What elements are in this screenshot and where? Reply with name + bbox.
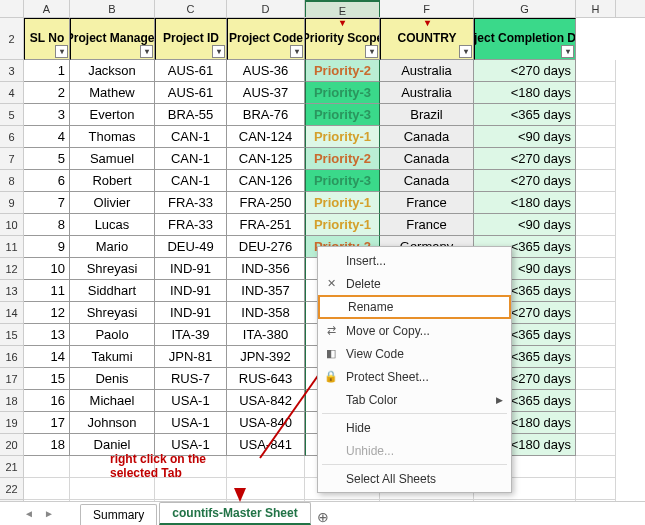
- cell-project-id[interactable]: RUS-7: [155, 368, 227, 390]
- menu-tab-color[interactable]: Tab Color▶: [318, 388, 511, 411]
- row-num[interactable]: 19: [0, 412, 24, 434]
- cell-country[interactable]: France: [380, 192, 474, 214]
- row-num[interactable]: 11: [0, 236, 24, 258]
- cell-sl[interactable]: 14: [24, 346, 70, 368]
- cell-project-id[interactable]: FRA-33: [155, 214, 227, 236]
- cell-priority[interactable]: Priority-3: [305, 104, 380, 126]
- cell-priority[interactable]: Priority-1: [305, 192, 380, 214]
- row-num[interactable]: 12: [0, 258, 24, 280]
- cell-project-code[interactable]: AUS-37: [227, 82, 305, 104]
- cell-project-id[interactable]: CAN-1: [155, 170, 227, 192]
- cell-project-id[interactable]: AUS-61: [155, 82, 227, 104]
- menu-hide[interactable]: Hide: [318, 416, 511, 439]
- cell-manager[interactable]: Mario: [70, 236, 155, 258]
- filter-icon[interactable]: ▾: [55, 45, 68, 58]
- row-num[interactable]: 7: [0, 148, 24, 170]
- cell-project-id[interactable]: CAN-1: [155, 126, 227, 148]
- cell-project-id[interactable]: JPN-81: [155, 346, 227, 368]
- cell-days[interactable]: <180 days: [474, 192, 576, 214]
- cell-country[interactable]: Australia: [380, 82, 474, 104]
- row-num[interactable]: 15: [0, 324, 24, 346]
- tab-nav-prev[interactable]: ◄: [20, 507, 38, 525]
- cell-priority[interactable]: Priority-2: [305, 148, 380, 170]
- cell-priority[interactable]: Priority-2: [305, 60, 380, 82]
- cell-manager[interactable]: Shreyasi: [70, 302, 155, 324]
- menu-view-code[interactable]: ◧View Code: [318, 342, 511, 365]
- cell-sl[interactable]: 15: [24, 368, 70, 390]
- header-completion-days[interactable]: Project Completion Days▾: [474, 18, 576, 60]
- cell-manager[interactable]: Johnson: [70, 412, 155, 434]
- cell-sl[interactable]: 16: [24, 390, 70, 412]
- row-num[interactable]: 22: [0, 478, 24, 500]
- filter-icon[interactable]: ▾: [459, 45, 472, 58]
- cell-manager[interactable]: Olivier: [70, 192, 155, 214]
- header-country[interactable]: COUNTRY▾: [380, 18, 474, 60]
- cell-project-code[interactable]: IND-358: [227, 302, 305, 324]
- col-B[interactable]: B: [70, 0, 155, 17]
- cell-project-id[interactable]: IND-91: [155, 280, 227, 302]
- row-num[interactable]: 9: [0, 192, 24, 214]
- row-num[interactable]: 21: [0, 456, 24, 478]
- cell-sl[interactable]: 3: [24, 104, 70, 126]
- cell-sl[interactable]: 8: [24, 214, 70, 236]
- cell-sl[interactable]: 18: [24, 434, 70, 456]
- cell-project-code[interactable]: BRA-76: [227, 104, 305, 126]
- row-num[interactable]: 17: [0, 368, 24, 390]
- header-sl-no[interactable]: SL No▾: [24, 18, 70, 60]
- cell-days[interactable]: <180 days: [474, 82, 576, 104]
- filter-icon[interactable]: ▾: [290, 45, 303, 58]
- cell-project-id[interactable]: BRA-55: [155, 104, 227, 126]
- cell-country[interactable]: Canada: [380, 148, 474, 170]
- cell-manager[interactable]: Mathew: [70, 82, 155, 104]
- cell-project-code[interactable]: USA-842: [227, 390, 305, 412]
- header-priority-scope[interactable]: Priority Scope▾: [305, 18, 380, 60]
- row-num-2[interactable]: 2: [0, 18, 24, 60]
- cell-project-code[interactable]: FRA-251: [227, 214, 305, 236]
- cell-days[interactable]: <90 days: [474, 214, 576, 236]
- cell-country[interactable]: Canada: [380, 170, 474, 192]
- sheet-tab-summary[interactable]: Summary: [80, 504, 157, 525]
- row-num[interactable]: 18: [0, 390, 24, 412]
- cell-manager[interactable]: Robert: [70, 170, 155, 192]
- col-E[interactable]: E: [305, 0, 380, 17]
- row-num[interactable]: 14: [0, 302, 24, 324]
- cell-empty[interactable]: [576, 478, 616, 500]
- row-num[interactable]: 5: [0, 104, 24, 126]
- cell-sl[interactable]: 5: [24, 148, 70, 170]
- cell-days[interactable]: <90 days: [474, 126, 576, 148]
- cell-project-id[interactable]: AUS-61: [155, 60, 227, 82]
- row-num[interactable]: 6: [0, 126, 24, 148]
- menu-move-or-copy[interactable]: ⇄Move or Copy...: [318, 319, 511, 342]
- cell-project-code[interactable]: CAN-124: [227, 126, 305, 148]
- col-A[interactable]: A: [24, 0, 70, 17]
- col-F[interactable]: F: [380, 0, 474, 17]
- cell-empty[interactable]: [24, 456, 70, 478]
- cell-manager[interactable]: Shreyasi: [70, 258, 155, 280]
- filter-icon[interactable]: ▾: [140, 45, 153, 58]
- cell-manager[interactable]: Samuel: [70, 148, 155, 170]
- filter-icon[interactable]: ▾: [212, 45, 225, 58]
- cell-project-id[interactable]: IND-91: [155, 258, 227, 280]
- cell-project-code[interactable]: USA-840: [227, 412, 305, 434]
- cell-project-id[interactable]: IND-91: [155, 302, 227, 324]
- cell-country[interactable]: Australia: [380, 60, 474, 82]
- filter-icon[interactable]: ▾: [561, 45, 574, 58]
- cell-project-code[interactable]: CAN-125: [227, 148, 305, 170]
- cell-project-id[interactable]: ITA-39: [155, 324, 227, 346]
- cell-days[interactable]: <270 days: [474, 148, 576, 170]
- sheet-tab-master[interactable]: countifs-Master Sheet: [159, 502, 310, 525]
- cell-sl[interactable]: 4: [24, 126, 70, 148]
- cell-manager[interactable]: Everton: [70, 104, 155, 126]
- cell-project-code[interactable]: RUS-643: [227, 368, 305, 390]
- select-all-corner[interactable]: [0, 0, 24, 17]
- cell-project-id[interactable]: CAN-1: [155, 148, 227, 170]
- cell-country[interactable]: Brazil: [380, 104, 474, 126]
- cell-project-code[interactable]: ITA-380: [227, 324, 305, 346]
- add-sheet-button[interactable]: ⊕: [313, 509, 333, 525]
- cell-empty[interactable]: [227, 478, 305, 500]
- menu-delete[interactable]: ✕Delete: [318, 272, 511, 295]
- col-H[interactable]: H: [576, 0, 616, 17]
- row-num[interactable]: 4: [0, 82, 24, 104]
- cell-sl[interactable]: 2: [24, 82, 70, 104]
- cell-sl[interactable]: 11: [24, 280, 70, 302]
